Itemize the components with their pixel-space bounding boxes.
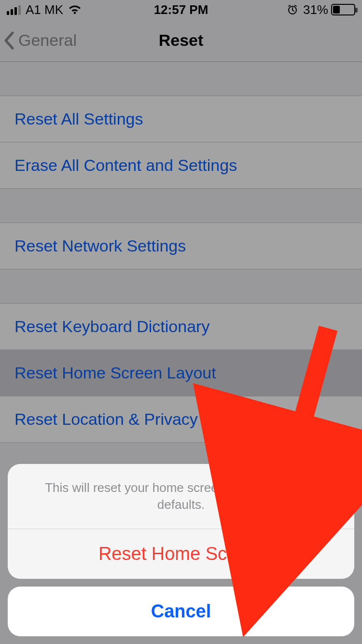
cancel-button[interactable]: Cancel <box>8 587 354 636</box>
action-sheet-message: This will reset your home screen layout … <box>8 464 354 529</box>
action-sheet: This will reset your home screen layout … <box>8 464 354 636</box>
reset-home-screen-button[interactable]: Reset Home Screen <box>8 529 354 579</box>
screen: A1 MK 12:57 PM 31% General Reset Reset A… <box>0 0 362 644</box>
